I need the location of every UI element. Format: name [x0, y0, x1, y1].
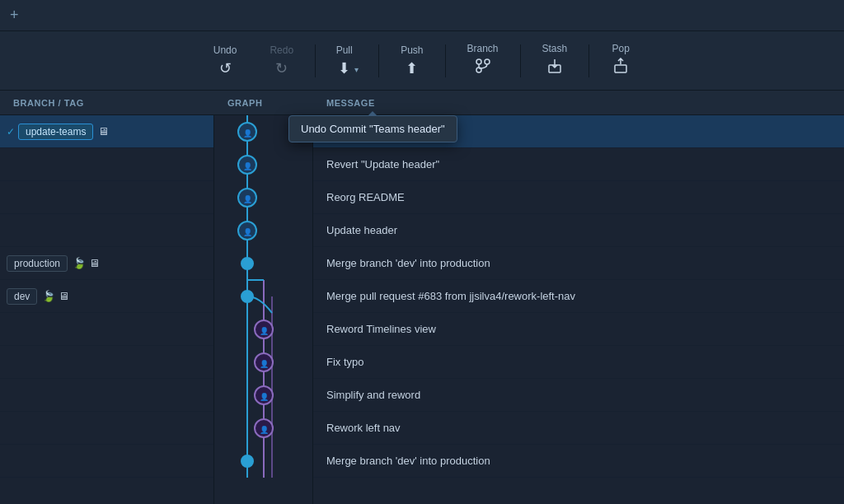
branch-cell-0[interactable]: ✓ update-teams 🖥 [0, 115, 213, 148]
message-row-10[interactable]: Merge branch 'dev' into production [313, 445, 844, 478]
branch-label: Branch [467, 43, 499, 54]
pop-icon [612, 58, 629, 78]
add-tab-button[interactable]: + [10, 7, 19, 24]
branch-cell-2 [0, 181, 213, 214]
svg-point-27 [241, 455, 253, 467]
monitor-icon-production: 🖥 [89, 257, 100, 269]
message-text-6: Reword Timelines view [326, 323, 436, 335]
message-text-4: Merge branch 'dev' into production [326, 257, 490, 269]
pull-dropdown-arrow[interactable]: ▾ [354, 65, 359, 74]
undo-icon: ↺ [219, 59, 232, 77]
push-label: Push [401, 44, 423, 56]
message-row-6[interactable]: Reword Timelines view [313, 313, 844, 346]
graph-svg: 👤 👤 👤 👤 👤 👤 [214, 115, 313, 478]
message-row-3[interactable]: Update header [313, 214, 844, 247]
toolbar: Undo ↺ Redo ↻ Pull ⬇ ▾ Push ⬆ Branch [0, 31, 844, 91]
message-header: MESSAGE [313, 91, 844, 114]
svg-point-17 [241, 258, 253, 269]
branch-cell-10 [0, 445, 213, 478]
tooltip-text: Undo Commit "Teams header" [301, 123, 445, 135]
svg-text:👤: 👤 [243, 128, 253, 138]
branch-cell-1 [0, 148, 213, 181]
message-text-10: Merge branch 'dev' into production [326, 455, 490, 467]
branch-icon [475, 58, 491, 78]
svg-text:👤: 👤 [260, 425, 270, 435]
undo-label: Undo [213, 44, 237, 56]
branch-cell-4[interactable]: production 🍃 🖥 [0, 247, 213, 280]
branch-cell-9 [0, 412, 213, 445]
branch-tag-header: BRANCH / TAG [0, 91, 214, 114]
svg-rect-5 [615, 65, 626, 72]
top-bar: + [0, 0, 844, 31]
redo-button[interactable]: Redo ↻ [255, 40, 308, 82]
branch-cell-3 [0, 214, 213, 247]
push-icon: ⬆ [406, 59, 418, 77]
svg-text:👤: 👤 [243, 161, 253, 171]
pop-label: Pop [612, 43, 630, 54]
svg-point-1 [485, 59, 490, 64]
pull-label: Pull [336, 44, 353, 56]
message-text-8: Simplify and reword [326, 389, 420, 401]
svg-point-0 [476, 59, 481, 64]
stash-icon [546, 58, 563, 78]
undo-button[interactable]: Undo ↺ [199, 40, 252, 82]
message-text-7: Fix typo [326, 356, 364, 368]
svg-text:👤: 👤 [243, 194, 253, 204]
message-row-4[interactable]: Merge branch 'dev' into production [313, 247, 844, 280]
message-row-2[interactable]: Reorg README [313, 181, 844, 214]
redo-icon: ↻ [275, 59, 288, 77]
message-row-8[interactable]: Simplify and reword [313, 379, 844, 412]
leaf-icon-dev: 🍃 [42, 290, 55, 302]
message-row-5[interactable]: Merge pull request #683 from jjsilva4/re… [313, 280, 844, 313]
svg-text:👤: 👤 [260, 392, 270, 402]
checkmark-icon-0: ✓ [7, 126, 15, 138]
column-headers: BRANCH / TAG GRAPH MESSAGE [0, 91, 844, 115]
message-text-3: Update header [326, 224, 397, 236]
redo-label: Redo [270, 44, 293, 56]
svg-text:👤: 👤 [260, 359, 270, 369]
graph-column: 👤 👤 👤 👤 👤 👤 [214, 115, 313, 504]
message-text-1: Revert "Update header" [326, 158, 439, 170]
message-text-9: Rework left nav [326, 422, 401, 434]
svg-text:👤: 👤 [260, 326, 270, 336]
pull-button[interactable]: Pull ⬇ ▾ [322, 40, 372, 82]
undo-tooltip: Undo Commit "Teams header" [288, 115, 457, 142]
pop-button[interactable]: Pop [596, 38, 645, 83]
branch-tag-production[interactable]: production [7, 255, 68, 272]
pull-icon: ⬇ [338, 59, 350, 77]
branch-cell-6 [0, 313, 213, 346]
branch-tag-update-teams[interactable]: update-teams [18, 124, 93, 140]
monitor-icon-0: 🖥 [98, 125, 109, 138]
message-row-1[interactable]: Revert "Update header" [313, 148, 844, 181]
branch-cell-5[interactable]: dev 🍃 🖥 [0, 280, 213, 313]
leaf-icon-production: 🍃 [73, 257, 86, 269]
message-row-7[interactable]: Fix typo [313, 346, 844, 379]
graph-header: GRAPH [214, 91, 313, 114]
message-column: Teams header Revert "Update header" Reor… [313, 115, 844, 504]
message-text-5: Merge pull request #683 from jjsilva4/re… [326, 290, 575, 302]
main-area: Undo Commit "Teams header" BRANCH / TAG … [0, 91, 844, 504]
svg-text:👤: 👤 [243, 227, 253, 237]
message-text-2: Reorg README [326, 191, 405, 203]
monitor-icon-dev: 🖥 [59, 290, 69, 302]
branch-button[interactable]: Branch [452, 38, 513, 83]
branch-cell-8 [0, 379, 213, 412]
stash-button[interactable]: Stash [528, 38, 583, 83]
message-row-9[interactable]: Rework left nav [313, 412, 844, 445]
stash-label: Stash [542, 43, 568, 54]
push-button[interactable]: Push ⬆ [386, 40, 438, 82]
branch-cell-7 [0, 346, 213, 379]
branch-column: ✓ update-teams 🖥 production 🍃 🖥 dev 🍃 � [0, 115, 214, 504]
branch-tag-dev[interactable]: dev [7, 288, 37, 305]
svg-point-18 [241, 291, 253, 302]
